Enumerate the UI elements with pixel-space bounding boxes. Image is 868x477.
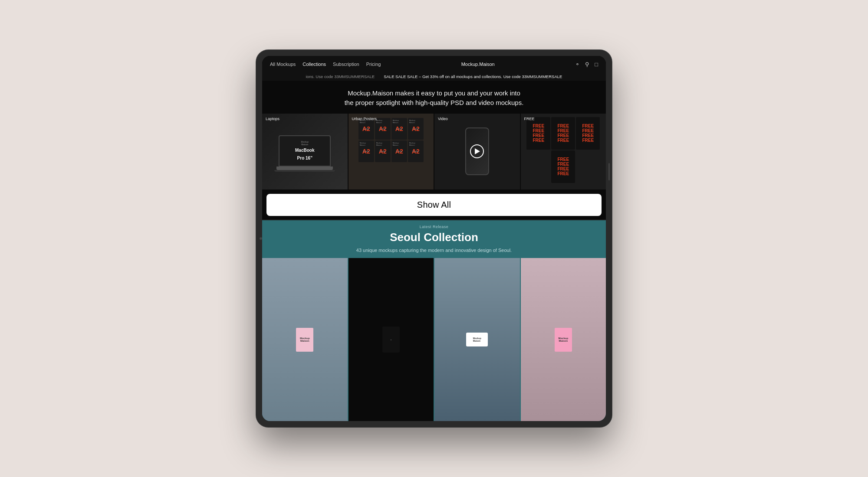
nav-subscription[interactable]: Subscription	[333, 62, 359, 67]
user-icon[interactable]: ⚬	[575, 61, 580, 68]
collection-video[interactable]: Video	[434, 114, 520, 189]
seoul-collection-title: Seoul Collection	[262, 229, 606, 247]
thumb-dark-text: ●	[390, 338, 391, 341]
nav-icons: ⚬ ⚲ □	[575, 61, 598, 68]
free-mini-3: FREEFREEFREEFREE	[576, 117, 600, 150]
thumb-poster-text-1: MockupMaison	[300, 337, 310, 342]
sale-banner-left: ions. Use code 33MMSUMMERSALE	[306, 74, 375, 79]
phone-mockup	[465, 127, 489, 175]
thumb-4-inner: MockupMaison	[521, 258, 606, 421]
nav-all-mockups[interactable]: All Mockups	[270, 62, 296, 67]
collection-thumbnails: MockupMaison ● MockupMaison	[262, 258, 606, 421]
laptop-mockup: MockupMaison MacBookPro 16"	[274, 135, 335, 176]
collection-free[interactable]: FREE FREEFREEFREEFREE FREEFREEFREEFREE F…	[521, 114, 606, 189]
laptops-label: Laptops	[266, 117, 279, 121]
thumb-1-inner: MockupMaison	[262, 258, 348, 421]
thumb-2-inner: ●	[349, 258, 434, 421]
poster-mini-1: MockupMaison Poster A2	[358, 118, 374, 140]
laptop-content: MockupMaison MacBookPro 16"	[295, 140, 314, 161]
nav-left-items: All Mockups Collections Subscription Pri…	[270, 62, 381, 67]
thumb-poster-2: MockupMaison	[555, 328, 572, 352]
cart-icon[interactable]: □	[595, 61, 598, 68]
thumb-1[interactable]: MockupMaison	[262, 258, 348, 421]
show-all-section: Show All	[262, 190, 606, 219]
latest-release-label: Latest Release	[262, 220, 606, 229]
show-all-button[interactable]: Show All	[266, 194, 602, 216]
laptop-base	[276, 167, 333, 170]
free-mini-1: FREEFREEFREEFREE	[526, 117, 550, 150]
sale-banner-center: SALE SALE SALE – Get 33% off on all mock…	[384, 74, 562, 79]
tablet-device: All Mockups Collections Subscription Pri…	[256, 50, 612, 427]
video-label: Video	[438, 117, 448, 121]
poster-mini-8: MockupMaison Poster A2	[408, 140, 424, 162]
hero-section: Mockup.Maison makes it easy to put you a…	[262, 81, 606, 113]
laptop-model: MacBookPro 16"	[295, 148, 314, 160]
poster-mini-2: MockupMaison Poster A2	[375, 118, 391, 140]
laptop-brand: MockupMaison	[295, 140, 314, 146]
poster-mini-7: MockupMaison Poster A2	[391, 140, 407, 162]
thumb-4[interactable]: MockupMaison	[521, 258, 606, 421]
thumb-poster-text-2: MockupMaison	[558, 337, 568, 342]
poster-mini-6: MockupMaison Poster A2	[375, 140, 391, 162]
video-preview	[434, 114, 520, 189]
collection-laptops[interactable]: Laptops MockupMaison MacBookPro 16"	[262, 114, 348, 189]
navigation-bar: All Mockups Collections Subscription Pri…	[262, 56, 606, 72]
collections-section: Laptops MockupMaison MacBookPro 16"	[262, 113, 606, 190]
laptops-preview: MockupMaison MacBookPro 16"	[262, 114, 348, 189]
thumb-card-1: MockupMaison	[466, 333, 488, 346]
free-text-4: FREEFREEFREEFREE	[557, 157, 569, 176]
nav-collections[interactable]: Collections	[302, 62, 326, 67]
latest-release-section: Latest Release Seoul Collection 43 uniqu…	[262, 220, 606, 421]
posters-label: Urban Posters	[352, 117, 377, 121]
poster-mini-4: MockupMaison Poster A2	[408, 118, 424, 140]
free-mini-4: FREEFREEFREEFREE	[551, 150, 575, 183]
collections-grid: Laptops MockupMaison MacBookPro 16"	[262, 113, 606, 190]
thumb-dark-mockup: ●	[382, 327, 400, 353]
free-label: FREE	[524, 117, 535, 121]
thumb-card-text: MockupMaison	[473, 337, 481, 342]
search-icon[interactable]: ⚲	[585, 61, 589, 68]
free-preview: FREEFREEFREEFREE FREEFREEFREEFREE FREEFR…	[521, 114, 606, 189]
collection-description: 43 unique mockups capturing the modern a…	[262, 247, 606, 258]
tablet-screen: All Mockups Collections Subscription Pri…	[262, 56, 606, 421]
collection-urban-posters[interactable]: Urban Posters MockupMaison Poster A2 Moc…	[349, 114, 434, 189]
free-text-3: FREEFREEFREEFREE	[582, 124, 594, 143]
free-text-1: FREEFREEFREEFREE	[533, 124, 544, 143]
site-name: Mockup.Maison	[461, 62, 495, 67]
laptop-screen: MockupMaison MacBookPro 16"	[279, 135, 331, 167]
poster-mini-3: MockupMaison Poster A2	[391, 118, 407, 140]
laptop-foot	[274, 170, 335, 172]
play-button[interactable]	[470, 144, 484, 158]
thumb-2[interactable]: ●	[349, 258, 434, 421]
thumb-3-inner: MockupMaison	[434, 258, 520, 421]
play-icon	[475, 148, 480, 154]
hero-title: Mockup.Maison makes it easy to put you a…	[343, 88, 525, 108]
free-text-2: FREEFREEFREEFREE	[557, 124, 569, 143]
thumb-3[interactable]: MockupMaison	[434, 258, 520, 421]
sale-banner: ions. Use code 33MMSUMMERSALE SALE SALE …	[262, 72, 606, 81]
poster-mini-5: MockupMaison Poster A2	[358, 140, 374, 162]
nav-pricing[interactable]: Pricing	[366, 62, 381, 67]
posters-preview: MockupMaison Poster A2 MockupMaison Post…	[349, 114, 434, 189]
free-mini-2: FREEFREEFREEFREE	[551, 117, 575, 150]
thumb-poster-1: MockupMaison	[296, 328, 313, 352]
